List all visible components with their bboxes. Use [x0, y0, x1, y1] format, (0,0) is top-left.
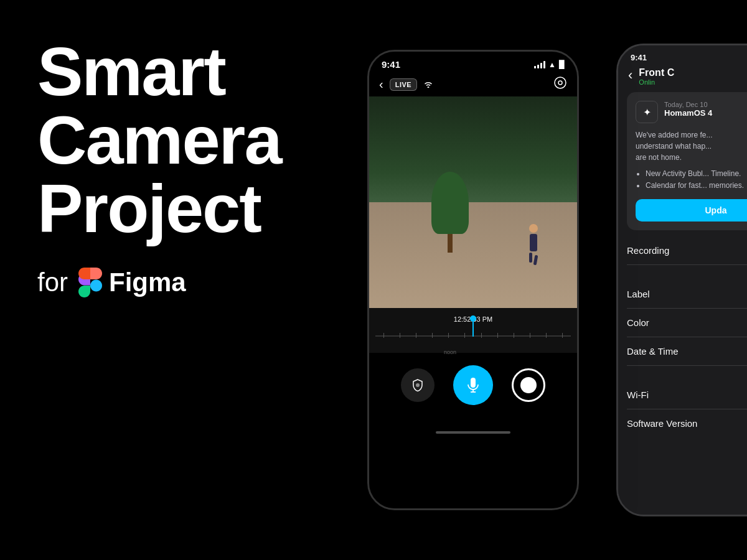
person-leg-right [533, 255, 538, 266]
person-legs [527, 253, 540, 265]
status-bar-phone2: 9:41 ▲ ▉ [618, 45, 747, 65]
nav-bar-phone2: ‹ Front C Onlin [618, 65, 747, 92]
svg-point-0 [555, 77, 566, 88]
timeline-area[interactable]: 12:52:03 PM [369, 308, 577, 353]
settings-divider-2 [627, 366, 747, 381]
svg-rect-3 [471, 378, 476, 388]
svg-point-2 [416, 383, 420, 387]
scene-tree [431, 172, 469, 234]
tick [562, 333, 563, 338]
for-figma-row: for Figma [37, 268, 349, 297]
settings-item-recording[interactable]: Recording › [627, 236, 747, 265]
tick [514, 333, 514, 338]
update-button[interactable]: Upda [636, 199, 747, 222]
person-leg-left [529, 253, 532, 263]
shield-button[interactable] [401, 368, 435, 402]
phone-settings: 9:41 ▲ ▉ ‹ [616, 44, 747, 516]
settings-item-color[interactable]: Color › [627, 309, 747, 337]
camera-feed [369, 96, 577, 308]
timeline-cursor[interactable] [472, 318, 474, 337]
microphone-button[interactable] [453, 365, 493, 405]
phones-container: 9:41 ▲ ▉ ‹ LIVE [349, 0, 747, 560]
signal-bar-3 [540, 63, 542, 68]
settings-item-date-time[interactable]: Date & Time › [627, 337, 747, 366]
home-bar-phone1 [436, 431, 510, 434]
tick [530, 333, 530, 338]
tick [400, 333, 400, 338]
bullet-2: Calendar for fast... memories. [646, 180, 747, 192]
scene-ground [369, 202, 577, 308]
back-button-phone2[interactable]: ‹ [628, 67, 632, 83]
update-card: ✦ Today, Dec 10 HomamOS 4 We've added mo… [627, 92, 747, 230]
svg-point-1 [558, 81, 562, 85]
figma-icon [78, 268, 103, 297]
settings-item-software[interactable]: Software Version › [627, 409, 747, 437]
update-app-icon: ✦ [636, 101, 658, 123]
update-card-header: ✦ Today, Dec 10 HomamOS 4 [636, 101, 747, 123]
status-time-phone1: 9:41 [382, 59, 400, 70]
person-head [529, 224, 538, 233]
settings-item-label[interactable]: Label › [627, 280, 747, 309]
phone-screen-live: 9:41 ▲ ▉ ‹ LIVE [369, 52, 577, 508]
figma-brand-label: Figma [109, 268, 186, 297]
title-area-phone2: Front C Onlin [639, 67, 674, 86]
scene-person [527, 224, 540, 255]
settings-label-wifi: Wi-Fi [627, 390, 649, 400]
tick [546, 333, 547, 338]
update-info: Today, Dec 10 HomamOS 4 [664, 101, 712, 118]
main-title: Smart Camera Project [37, 37, 349, 243]
settings-label-date-time: Date & Time [627, 346, 679, 357]
update-date: Today, Dec 10 [664, 101, 712, 108]
settings-item-wifi[interactable]: Wi-Fi › [627, 381, 747, 409]
tick [416, 333, 416, 338]
phone-live-view: 9:41 ▲ ▉ ‹ LIVE [367, 50, 579, 510]
update-app-name: HomamOS 4 [664, 108, 712, 118]
figma-logo: Figma [78, 268, 186, 297]
tick [497, 333, 498, 338]
status-bar-phone1: 9:41 ▲ ▉ [369, 52, 577, 72]
update-bullets-list: New Activity Bubl... Timeline. Calendar … [636, 168, 747, 192]
tick [448, 333, 449, 338]
signal-icon [534, 61, 545, 68]
signal-bar-2 [537, 65, 539, 68]
status-icons-phone1: ▲ ▉ [534, 60, 565, 69]
signal-bar-1 [534, 66, 536, 68]
nav-bar-phone1: ‹ LIVE [369, 72, 577, 96]
record-button[interactable] [512, 368, 545, 402]
settings-label-recording: Recording [627, 245, 669, 256]
online-status: Onlin [639, 78, 674, 86]
back-button-phone1[interactable]: ‹ [379, 77, 383, 91]
battery-icon: ▉ [559, 60, 565, 69]
settings-label-label: Label [627, 289, 650, 299]
settings-section: Recording › Label › Color › Date & Time [627, 236, 747, 437]
left-section: Smart Camera Project for Figma [37, 37, 349, 297]
tick [432, 333, 433, 338]
update-description: We've added more fe...understand what ha… [636, 129, 747, 163]
phone-settings-wrapper: 9:41 ▲ ▉ ‹ [616, 44, 747, 516]
live-badge: LIVE [390, 78, 417, 91]
settings-label-color: Color [627, 317, 649, 328]
camera-image [369, 96, 577, 308]
record-inner [520, 377, 537, 393]
person-body [530, 234, 537, 251]
phone2-title: Front C [639, 67, 674, 78]
tick [383, 333, 384, 338]
timeline-noon-label: noon [444, 349, 456, 355]
wifi-status-icon: ▲ [548, 60, 556, 69]
home-indicator-phone1 [369, 424, 577, 441]
bullet-1: New Activity Bubl... Timeline. [646, 168, 747, 180]
phone-screen-settings: 9:41 ▲ ▉ ‹ [618, 45, 747, 515]
wifi-icon-nav [423, 80, 433, 90]
signal-bar-4 [543, 61, 545, 68]
tick [464, 333, 465, 338]
settings-divider-1 [627, 265, 747, 280]
for-label: for [37, 268, 68, 297]
status-time-phone2: 9:41 [631, 53, 647, 62]
tick [481, 333, 482, 338]
settings-label-software: Software Version [627, 418, 697, 429]
timeline-track[interactable]: noon [375, 327, 571, 345]
settings-icon-nav[interactable] [553, 76, 567, 93]
controls-area [369, 353, 577, 424]
